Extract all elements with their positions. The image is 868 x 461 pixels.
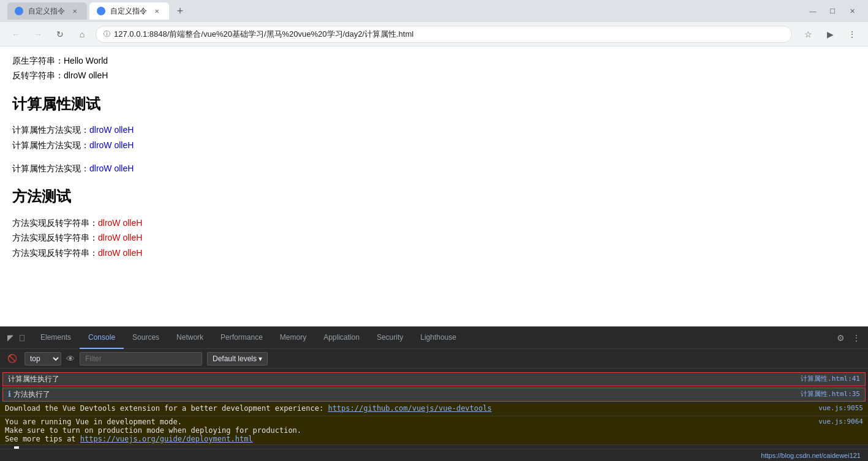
- console-content: 计算属性执行了 计算属性.html:41 ℹ 方法执行了 计算属性.html:3…: [0, 369, 868, 449]
- console-file-link-warning2[interactable]: vue.js:9064: [818, 418, 863, 425]
- console-text-devtools-warning: Download the Vue Devtools extension for …: [5, 404, 813, 413]
- context-selector[interactable]: top: [25, 352, 61, 365]
- url-bar[interactable]: ⓘ 127.0.0.1:8848/前端整合/vue%20基础学习/黑马%20vu…: [96, 26, 792, 43]
- tab-performance[interactable]: Performance: [212, 327, 271, 349]
- console-line-computed: 计算属性执行了 计算属性.html:41: [2, 372, 866, 386]
- computed-line-3: 计算属性方法实现：dlroW olleH: [12, 162, 856, 175]
- tab-security[interactable]: Security: [368, 327, 412, 349]
- forward-button[interactable]: →: [29, 26, 47, 43]
- tab-memory[interactable]: Memory: [271, 327, 315, 349]
- devtools-settings: ⚙ ⋮: [834, 331, 863, 345]
- devtools-link[interactable]: https://github.com/vuejs/vue-devtools: [328, 404, 491, 413]
- maximize-button[interactable]: ☐: [826, 7, 839, 15]
- console-line-vue-warning: You are running Vue in development mode.…: [0, 416, 868, 445]
- tab-lighthouse[interactable]: Lighthouse: [412, 327, 465, 349]
- tab-label-2: 自定义指令: [110, 6, 147, 17]
- reversed-label: 反转字符串：: [12, 70, 64, 80]
- default-levels-label: Default levels ▾: [213, 354, 262, 363]
- tab-console-label: Console: [88, 333, 115, 342]
- tab-2[interactable]: 自定义指令 ✕: [89, 2, 169, 20]
- url-text: 127.0.0.1:8848/前端整合/vue%20基础学习/黑马%20vue%…: [114, 29, 784, 40]
- tab-security-label: Security: [377, 333, 403, 342]
- console-text-method: 方法执行了: [13, 389, 796, 400]
- tab-lighthouse-label: Lighthouse: [420, 333, 456, 342]
- secure-icon: ⓘ: [104, 29, 110, 39]
- menu-icon[interactable]: ⋮: [843, 26, 861, 43]
- console-text-vue-warning: You are running Vue in development mode.…: [5, 418, 813, 443]
- computed-line-2: 计算属性方法实现：dlroW olleH: [12, 138, 856, 152]
- vuejs-deployment-link[interactable]: https://vuejs.org/guide/deployment.html: [80, 435, 253, 443]
- tab-sources[interactable]: Sources: [124, 327, 168, 349]
- method-line-1: 方法实现反转字符串：dlroW olleH: [12, 216, 856, 230]
- method-label-3: 方法实现反转字符串：: [12, 248, 98, 258]
- browser-frame: 自定义指令 ✕ 自定义指令 ✕ + — ☐ ✕ ← → ↻ ⌂ ⓘ 127.0.…: [0, 0, 868, 461]
- csdn-link[interactable]: https://blog.csdn.net/caidewei121: [761, 452, 861, 459]
- tab-close-2[interactable]: ✕: [152, 6, 162, 16]
- window-controls: — ☐ ✕: [807, 7, 863, 15]
- console-line-method: ℹ 方法执行了 计算属性.html:35: [2, 388, 866, 402]
- original-value: Hello World: [64, 56, 108, 66]
- more-options-icon[interactable]: ⋮: [850, 331, 863, 345]
- console-file-devtools-warning: vue.js:9055: [818, 404, 863, 412]
- tab-label-1: 自定义指令: [28, 6, 65, 17]
- new-tab-button[interactable]: +: [172, 2, 189, 20]
- original-string-line: 原生字符串：Hello World: [12, 54, 856, 67]
- settings-icon[interactable]: ⚙: [834, 331, 847, 345]
- console-file-method: 计算属性.html:35: [801, 389, 860, 399]
- tab-application-label: Application: [323, 333, 360, 342]
- method-value-1: dlroW olleH: [98, 218, 142, 228]
- info-icon: ℹ: [8, 389, 11, 399]
- inspect-icon[interactable]: ◤: [5, 331, 16, 345]
- home-button[interactable]: ⌂: [74, 26, 91, 43]
- tab-network[interactable]: Network: [168, 327, 212, 349]
- computed-label-3: 计算属性方法实现：: [12, 163, 89, 173]
- computed-line-1: 计算属性方法实现：dlroW olleH: [12, 123, 856, 137]
- console-file-link-method[interactable]: 计算属性.html:35: [801, 390, 860, 398]
- section2-title: 方法测试: [12, 185, 856, 208]
- clear-console-icon[interactable]: 🚫: [5, 351, 20, 365]
- default-levels-dropdown[interactable]: Default levels ▾: [207, 352, 268, 365]
- devtools-panel-toggle-icons: ◤ ⎕: [5, 331, 27, 345]
- devtools-panel: ◤ ⎕ Elements Console Sources Network Per…: [0, 326, 868, 461]
- reversed-string-line: 反转字符串：dlroW olleH: [12, 69, 856, 82]
- bookmark-icon[interactable]: ☆: [799, 26, 817, 43]
- tab-close-1[interactable]: ✕: [70, 6, 80, 16]
- console-line-devtools-warning: Download the Vue Devtools extension for …: [0, 403, 868, 416]
- close-button[interactable]: ✕: [846, 7, 858, 15]
- tab-performance-label: Performance: [221, 333, 263, 342]
- console-file-link-computed[interactable]: 计算属性.html:41: [801, 375, 860, 383]
- devtools-tabs-bar: ◤ ⎕ Elements Console Sources Network Per…: [0, 327, 868, 349]
- device-icon[interactable]: ⎕: [17, 331, 27, 345]
- tab-application[interactable]: Application: [315, 327, 368, 349]
- method-line-2: 方法实现反转字符串：dlroW olleH: [12, 231, 856, 244]
- computed-value-1: dlroW olleH: [89, 125, 134, 135]
- section1-title: 计算属性测试: [12, 92, 856, 116]
- computed-label-1: 计算属性方法实现：: [12, 125, 89, 135]
- address-bar: ← → ↻ ⌂ ⓘ 127.0.0.1:8848/前端整合/vue%20基础学习…: [0, 22, 868, 47]
- page-content: 原生字符串：Hello World 反转字符串：dlroW olleH 计算属性…: [0, 47, 868, 326]
- tab-console[interactable]: Console: [80, 327, 124, 349]
- tab-favicon-2: [97, 7, 105, 15]
- tab-elements[interactable]: Elements: [32, 327, 80, 349]
- computed-label-2: 计算属性方法实现：: [12, 140, 89, 150]
- devtools-bottom-bar: https://blog.csdn.net/caidewei121: [0, 449, 868, 461]
- console-file-vue-warning: vue.js:9064: [818, 418, 863, 425]
- profile-icon[interactable]: ▶: [821, 26, 839, 43]
- tab-1[interactable]: 自定义指令 ✕: [7, 2, 87, 20]
- tab-network-label: Network: [176, 333, 203, 342]
- reload-button[interactable]: ↻: [51, 26, 69, 43]
- original-label: 原生字符串：: [12, 56, 64, 66]
- toolbar-icons: ☆ ▶ ⋮: [799, 26, 861, 43]
- method-line-3: 方法实现反转字符串：dlroW olleH: [12, 246, 856, 260]
- reversed-value: dlroW olleH: [64, 70, 108, 80]
- tab-elements-label: Elements: [40, 333, 71, 342]
- console-file-link-warning1[interactable]: vue.js:9055: [818, 404, 863, 412]
- console-text-computed: 计算属性执行了: [8, 374, 796, 384]
- console-toolbar: 🚫 top 👁 Default levels ▾: [0, 349, 868, 369]
- eye-icon[interactable]: 👁: [66, 354, 75, 364]
- back-button[interactable]: ←: [7, 26, 25, 43]
- minimize-button[interactable]: —: [807, 7, 819, 15]
- filter-input[interactable]: [80, 352, 202, 365]
- method-value-3: dlroW olleH: [98, 248, 142, 258]
- tab-favicon-1: [15, 7, 23, 15]
